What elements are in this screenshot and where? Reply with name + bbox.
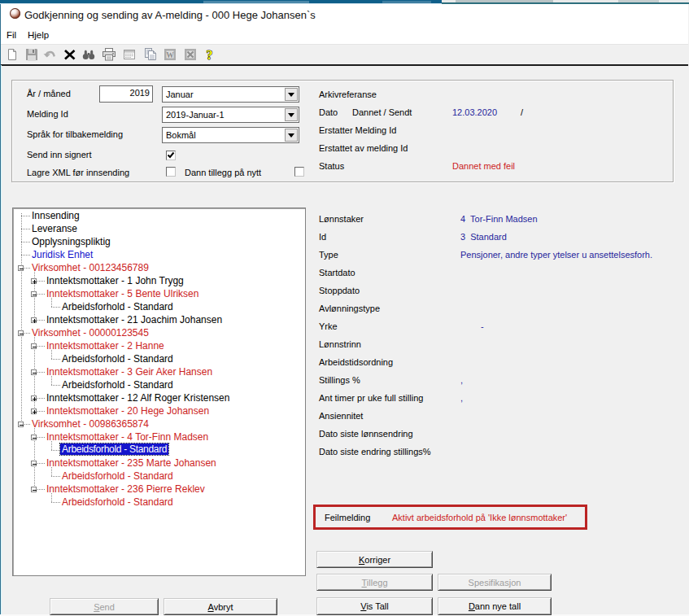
svg-text:W: W (167, 51, 175, 59)
svg-text:?: ? (206, 48, 212, 62)
